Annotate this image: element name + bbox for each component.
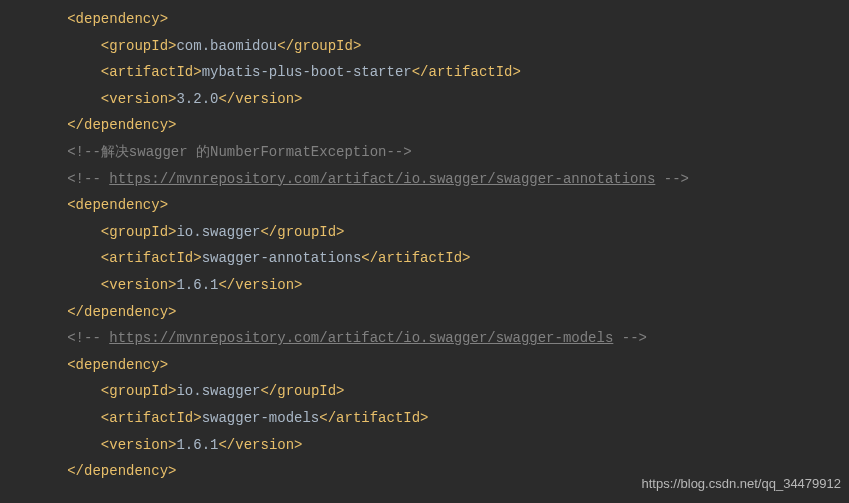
- code-line: <groupId>io.swagger</groupId>: [0, 378, 849, 405]
- xml-tag: </artifactId>: [361, 250, 470, 266]
- xml-comment-link[interactable]: https://mvnrepository.com/artifact/io.sw…: [109, 330, 613, 346]
- code-line: <groupId>com.baomidou</groupId>: [0, 33, 849, 60]
- indent: [0, 437, 101, 453]
- indent: [0, 250, 101, 266]
- indent: [0, 224, 101, 240]
- xml-text: 1.6.1: [176, 437, 218, 453]
- xml-tag: </artifactId>: [319, 410, 428, 426]
- xml-comment-open: <!--: [67, 330, 109, 346]
- code-line: <dependency>: [0, 6, 849, 33]
- xml-tag: <groupId>: [101, 224, 177, 240]
- xml-comment-open: <!--: [67, 171, 109, 187]
- xml-text: io.swagger: [176, 224, 260, 240]
- xml-comment-text: 解决swagger 的NumberFormatException: [101, 144, 387, 160]
- xml-tag: <artifactId>: [101, 410, 202, 426]
- xml-tag: </artifactId>: [412, 64, 521, 80]
- indent: [0, 144, 67, 160]
- code-editor[interactable]: <dependency> <groupId>com.baomidou</grou…: [0, 0, 849, 491]
- xml-comment-link[interactable]: https://mvnrepository.com/artifact/io.sw…: [109, 171, 655, 187]
- xml-tag: </version>: [218, 91, 302, 107]
- xml-tag: <version>: [101, 277, 177, 293]
- code-line: </dependency>: [0, 112, 849, 139]
- xml-text: 1.6.1: [176, 277, 218, 293]
- xml-tag: <version>: [101, 91, 177, 107]
- code-line: <!--解决swagger 的NumberFormatException-->: [0, 139, 849, 166]
- xml-text: mybatis-plus-boot-starter: [202, 64, 412, 80]
- code-line: <!-- https://mvnrepository.com/artifact/…: [0, 325, 849, 352]
- xml-tag: <dependency>: [67, 11, 168, 27]
- watermark-text: https://blog.csdn.net/qq_34479912: [642, 472, 842, 497]
- indent: [0, 197, 67, 213]
- xml-tag: <groupId>: [101, 38, 177, 54]
- xml-comment-open: <!--: [67, 144, 101, 160]
- indent: [0, 330, 67, 346]
- indent: [0, 117, 67, 133]
- xml-text: com.baomidou: [176, 38, 277, 54]
- xml-tag: </dependency>: [67, 117, 176, 133]
- xml-tag: <groupId>: [101, 383, 177, 399]
- code-line: <groupId>io.swagger</groupId>: [0, 219, 849, 246]
- xml-tag: <dependency>: [67, 197, 168, 213]
- xml-tag: <version>: [101, 437, 177, 453]
- indent: [0, 410, 101, 426]
- xml-tag: </groupId>: [260, 383, 344, 399]
- code-line: <version>1.6.1</version>: [0, 272, 849, 299]
- indent: [0, 277, 101, 293]
- xml-comment-close: -->: [613, 330, 647, 346]
- xml-text: 3.2.0: [176, 91, 218, 107]
- xml-tag: </dependency>: [67, 463, 176, 479]
- xml-tag: <artifactId>: [101, 250, 202, 266]
- code-line: <artifactId>mybatis-plus-boot-starter</a…: [0, 59, 849, 86]
- xml-tag: <artifactId>: [101, 64, 202, 80]
- indent: [0, 383, 101, 399]
- indent: [0, 91, 101, 107]
- xml-comment-close: -->: [655, 171, 689, 187]
- xml-tag: </groupId>: [260, 224, 344, 240]
- code-line: <dependency>: [0, 352, 849, 379]
- indent: [0, 304, 67, 320]
- indent: [0, 11, 67, 27]
- code-line: <dependency>: [0, 192, 849, 219]
- code-line: </dependency>: [0, 299, 849, 326]
- code-line: <version>1.6.1</version>: [0, 432, 849, 459]
- code-line: <artifactId>swagger-models</artifactId>: [0, 405, 849, 432]
- indent: [0, 463, 67, 479]
- indent: [0, 357, 67, 373]
- xml-tag: </version>: [218, 437, 302, 453]
- xml-text: swagger-annotations: [202, 250, 362, 266]
- xml-tag: </version>: [218, 277, 302, 293]
- xml-text: swagger-models: [202, 410, 320, 426]
- code-line: <!-- https://mvnrepository.com/artifact/…: [0, 166, 849, 193]
- xml-tag: <dependency>: [67, 357, 168, 373]
- code-line: <version>3.2.0</version>: [0, 86, 849, 113]
- xml-tag: </groupId>: [277, 38, 361, 54]
- xml-comment-close: -->: [386, 144, 411, 160]
- indent: [0, 64, 101, 80]
- indent: [0, 38, 101, 54]
- code-line: <artifactId>swagger-annotations</artifac…: [0, 245, 849, 272]
- xml-text: io.swagger: [176, 383, 260, 399]
- indent: [0, 171, 67, 187]
- xml-tag: </dependency>: [67, 304, 176, 320]
